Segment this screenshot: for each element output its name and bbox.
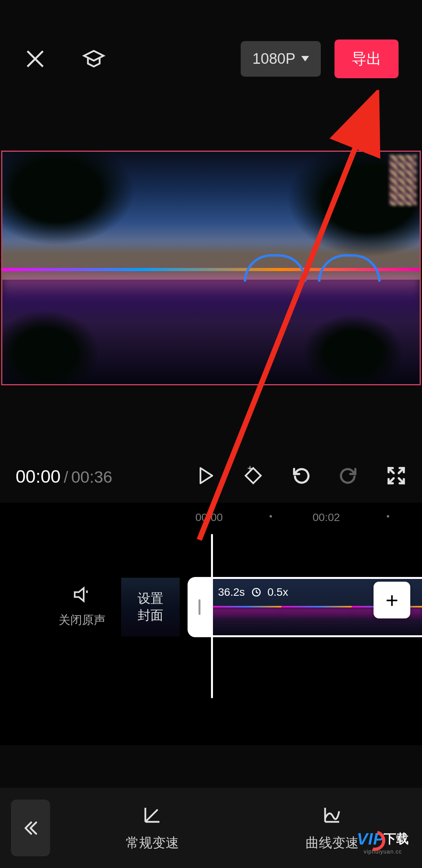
keyframe-button[interactable]: + (243, 465, 263, 487)
fullscreen-button[interactable] (386, 465, 406, 487)
play-button[interactable] (195, 465, 216, 487)
close-icon (27, 50, 44, 67)
resolution-dropdown[interactable]: 1080P (241, 41, 321, 77)
tutorial-button[interactable] (82, 47, 106, 70)
clip-speed: 0.5x (268, 586, 288, 598)
time-display: 00:00 / 00:36 (16, 466, 112, 487)
add-clip-button[interactable] (374, 582, 410, 618)
video-preview[interactable] (1, 151, 421, 385)
play-icon (195, 465, 216, 486)
close-button[interactable] (23, 47, 47, 70)
redo-button[interactable] (338, 465, 359, 487)
current-time: 00:00 (16, 466, 61, 487)
chevron-left-icon (22, 819, 39, 837)
total-time: 00:36 (71, 468, 112, 487)
speaker-icon (72, 585, 92, 604)
normal-speed-icon (142, 804, 163, 825)
svg-text:+: + (247, 465, 253, 473)
speed-icon (251, 587, 261, 597)
curve-speed-button[interactable]: 曲线变速 (306, 804, 359, 852)
redo-icon (338, 465, 359, 486)
watermark: VIP 下载 viphuiyuan.cc (357, 830, 409, 855)
undo-button[interactable] (291, 465, 311, 487)
clip-duration: 36.2s (218, 586, 245, 598)
pixelated-overlay (389, 155, 417, 206)
timeline-ruler[interactable]: 00:00 00:02 (0, 503, 422, 530)
fullscreen-icon (386, 465, 406, 486)
export-button[interactable]: 导出 (334, 40, 399, 78)
back-button[interactable] (11, 800, 50, 856)
clip-handle-left[interactable] (188, 577, 211, 637)
mute-audio-button[interactable]: 关闭原声 (59, 585, 106, 628)
chevron-down-icon (301, 56, 309, 61)
resolution-value: 1080P (252, 50, 295, 67)
normal-speed-button[interactable]: 常规变速 (126, 804, 179, 852)
curve-speed-icon (322, 804, 343, 825)
timeline[interactable]: 00:00 00:02 关闭原声 设置 封面 36.2s 0.5x (0, 503, 422, 745)
undo-icon (291, 465, 311, 486)
playhead[interactable] (211, 534, 213, 698)
set-cover-button[interactable]: 设置 封面 (121, 578, 180, 636)
graduation-cap-icon (82, 47, 106, 70)
keyframe-icon: + (243, 465, 263, 486)
